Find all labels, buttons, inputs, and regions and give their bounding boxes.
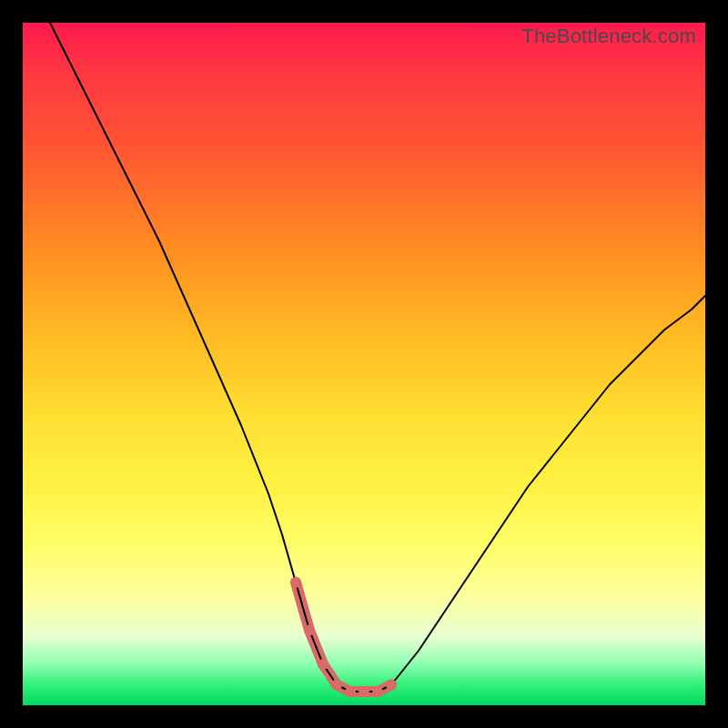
highlight-point xyxy=(359,686,369,697)
highlight-point xyxy=(304,625,315,636)
highlight-point xyxy=(345,686,356,697)
highlight-point xyxy=(386,680,397,691)
highlight-point xyxy=(318,659,329,670)
highlight-band xyxy=(296,582,391,692)
highlight-point xyxy=(372,686,383,697)
highlight-point xyxy=(290,577,301,588)
chart-frame: TheBottleneck.com xyxy=(0,0,728,728)
plot-area: TheBottleneck.com xyxy=(23,23,705,705)
chart-svg xyxy=(23,23,705,705)
main-curve xyxy=(50,23,705,692)
highlight-point xyxy=(331,680,342,691)
